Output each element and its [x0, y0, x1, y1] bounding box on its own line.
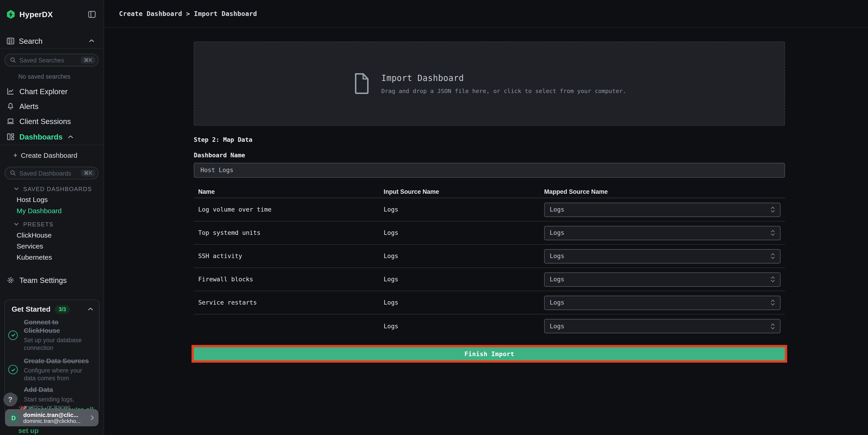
hyperdx-logo-icon — [7, 10, 15, 19]
get-started-title: Get Started — [11, 305, 51, 313]
chevron-up-down-icon — [771, 207, 775, 213]
check-circle-icon — [8, 330, 18, 340]
table-header-row: Name Input Source Name Mapped Source Nam… — [194, 186, 785, 198]
row-input-source: Logs — [383, 299, 544, 306]
dashboards-grid-icon — [7, 133, 14, 141]
row-name: Top systemd units — [194, 229, 383, 237]
mapping-table: Name Input Source Name Mapped Source Nam… — [194, 186, 785, 338]
section-presets[interactable]: PRESETS — [14, 221, 54, 227]
chevron-up-down-icon — [771, 253, 775, 259]
chevron-up-icon — [88, 307, 94, 311]
gear-icon — [7, 276, 14, 284]
table-row: Service restarts Logs Logs — [194, 291, 785, 314]
import-panel: Import Dashboard Drag and drop a JSON fi… — [194, 41, 785, 363]
setup-note-line2: set up — [18, 427, 38, 435]
mapped-source-select[interactable]: Logs — [544, 226, 780, 240]
row-input-source: Logs — [383, 276, 544, 283]
laptop-icon — [7, 117, 14, 125]
no-saved-searches-text: No saved searches — [18, 73, 70, 80]
saved-searches-input[interactable] — [20, 57, 78, 63]
chevron-right-icon — [90, 415, 94, 421]
search-icon — [10, 57, 16, 63]
dashboard-name-input[interactable] — [194, 163, 785, 178]
plus-icon: + — [13, 151, 17, 159]
checklist-item-sources[interactable]: Create Data Sources Configure where your… — [8, 357, 96, 382]
annotation-highlight: Finish Import — [191, 345, 787, 363]
mapped-source-select[interactable]: Logs — [544, 203, 780, 217]
breadcrumb: Create Dashboard > Import Dashboard — [119, 9, 257, 17]
get-started-card: Get Started 3/3 Connect to ClickHouse Se… — [4, 300, 100, 413]
file-icon — [352, 72, 369, 95]
chevron-up-down-icon — [771, 300, 775, 306]
dropzone-title: Import Dashboard — [381, 73, 626, 83]
section-saved-dashboards[interactable]: SAVED DASHBOARDS — [14, 186, 92, 192]
nav-item-client-sessions[interactable]: Client Sessions — [0, 115, 104, 127]
progress-badge: 3/3 — [55, 305, 70, 314]
mapped-source-select[interactable]: Logs — [544, 249, 780, 263]
checklist-title: Create Data Sources — [24, 357, 91, 365]
row-input-source: Logs — [383, 229, 544, 237]
divider — [0, 48, 104, 49]
avatar: D — [8, 412, 20, 424]
chevron-up-icon — [89, 39, 95, 43]
question-icon: ? — [8, 395, 12, 404]
table-row: Logs Logs — [194, 314, 785, 338]
saved-dashboards-search[interactable]: ⌘K — [4, 167, 98, 180]
mapped-source-select[interactable]: Logs — [544, 319, 780, 333]
create-dashboard-button[interactable]: +Create Dashboard — [13, 151, 77, 159]
table-row: Firewall blocks Logs Logs — [194, 268, 785, 291]
nav-item-dashboards[interactable]: Dashboards — [0, 131, 104, 143]
chevron-down-icon — [14, 187, 19, 191]
search-panel-icon — [7, 37, 14, 45]
row-name: Service restarts — [194, 299, 383, 306]
dashboard-link-my-dashboard[interactable]: My Dashboard — [17, 207, 62, 215]
shortcut-badge: ⌘K — [81, 56, 95, 64]
nav-item-chart-explorer[interactable]: Chart Explorer — [0, 85, 104, 97]
checklist-title: Connect to ClickHouse — [24, 318, 91, 335]
column-header-name: Name — [194, 188, 383, 195]
divider — [0, 145, 104, 145]
column-header-input-source: Input Source Name — [383, 188, 544, 195]
mapped-source-select[interactable]: Logs — [544, 296, 780, 310]
preset-services[interactable]: Services — [17, 243, 43, 250]
help-button[interactable]: ? — [3, 393, 17, 406]
sidebar: HyperDX Search ⌘K No saved searches — [0, 0, 104, 435]
preset-kubernetes[interactable]: Kubernetes — [17, 253, 52, 261]
nav-item-team-settings[interactable]: Team Settings — [0, 274, 104, 286]
main-area: Create Dashboard > Import Dashboard Impo… — [104, 0, 868, 435]
app-title: HyperDX — [20, 10, 53, 19]
table-row: Log volume over time Logs Logs — [194, 198, 785, 221]
row-name: Firewall blocks — [194, 276, 383, 283]
dropzone-subtitle: Drag and drop a JSON file here, or click… — [381, 88, 626, 94]
file-dropzone[interactable]: Import Dashboard Drag and drop a JSON fi… — [194, 41, 785, 126]
breadcrumb-create-dashboard[interactable]: Create Dashboard — [119, 9, 182, 17]
breadcrumb-separator: > — [186, 9, 190, 17]
search-icon — [10, 170, 16, 176]
chart-icon — [7, 88, 14, 95]
app-window: HyperDX Search ⌘K No saved searches — [0, 0, 868, 435]
bell-icon — [7, 102, 14, 110]
finish-import-button[interactable]: Finish Import — [194, 347, 785, 361]
get-started-header[interactable]: Get Started 3/3 — [11, 305, 93, 314]
nav-item-search[interactable]: Search — [0, 34, 104, 48]
mapped-source-select[interactable]: Logs — [544, 272, 780, 287]
sidebar-collapse-button[interactable] — [88, 11, 96, 18]
checklist-desc: Set up your database connection — [24, 336, 91, 351]
step-heading: Step 2: Map Data — [194, 136, 785, 144]
row-input-source: Logs — [383, 252, 544, 260]
row-name: Log volume over time — [194, 206, 383, 213]
column-header-mapped-source: Mapped Source Name — [544, 188, 785, 195]
preset-clickhouse[interactable]: ClickHouse — [17, 231, 52, 239]
breadcrumb-import-dashboard: Import Dashboard — [194, 9, 257, 17]
shortcut-badge: ⌘K — [81, 169, 95, 177]
user-email-secondary: dominic.tran@clickho... — [23, 418, 86, 424]
row-name: SSH activity — [194, 252, 383, 260]
dashboard-link-host-logs[interactable]: Host Logs — [17, 196, 48, 204]
saved-searches-search[interactable]: ⌘K — [4, 54, 98, 67]
nav-item-alerts[interactable]: Alerts — [0, 100, 104, 113]
checklist-item-connect[interactable]: Connect to ClickHouse Set up your databa… — [8, 318, 96, 351]
checklist-desc: Configure where your data comes from — [24, 367, 91, 382]
saved-dashboards-input[interactable] — [20, 169, 78, 176]
check-circle-icon — [8, 365, 18, 374]
user-chip[interactable]: D dominic.tran@clic... dominic.tran@clic… — [5, 409, 98, 426]
